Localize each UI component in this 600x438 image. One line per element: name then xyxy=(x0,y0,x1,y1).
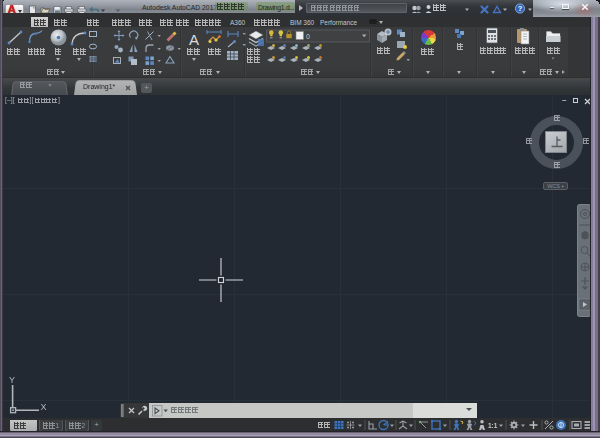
svg-text:1:1: 1:1 xyxy=(488,422,498,429)
svg-text:X: X xyxy=(41,402,47,412)
svg-text:Y: Y xyxy=(9,375,15,385)
svg-text:?: ? xyxy=(518,4,523,13)
svg-text:0: 0 xyxy=(306,33,310,40)
svg-text:A: A xyxy=(189,31,199,48)
